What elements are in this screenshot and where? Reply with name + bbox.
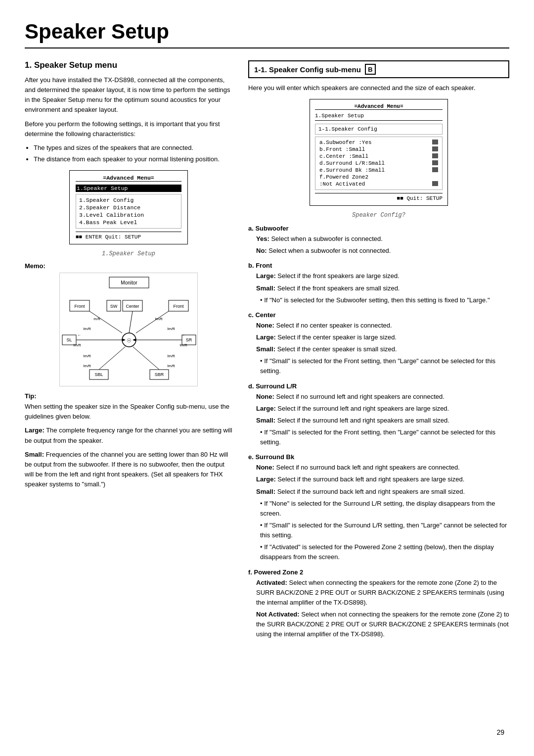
sub-c-heading: c. Center [248,311,509,319]
sub-d-small: Small: Select if the surround left and r… [256,416,509,425]
menu-box-1: =Advanced Menu= 1.Speaker Setup 1.Speake… [69,170,188,244]
config-menu-setup: 1.Speaker Setup [315,113,443,121]
tip-large: Large: The complete frequency range for … [25,425,232,445]
memo-label: Memo: [25,262,232,270]
sub-d-none: None: Select if no surround left and rig… [256,392,509,402]
sub-d-note: • If "Small" is selected for the Front s… [260,427,509,447]
sub-b-small: Small: Select if the front speakers are … [256,284,509,293]
svg-text:lm/ft: lm/ft [83,354,91,358]
svg-text:SBL: SBL [94,372,103,377]
svg-text:lm/ft: lm/ft [167,364,175,368]
svg-text:←: ← [77,333,81,337]
menu-item-setup: 1.Speaker Setup [76,185,181,192]
sub-e-heading: e. Surround Bk [248,453,509,461]
svg-text:lm/ft: lm/ft [167,354,175,358]
config-caption: Speaker Config? [248,212,509,219]
tip-intro: When setting the speaker size in the Spe… [25,402,232,422]
svg-text:SR: SR [186,337,192,342]
bullet-item-1: The types and sizes of the speakers that… [34,143,232,153]
svg-text:Front: Front [173,304,184,309]
menu-title-1: =Advanced Menu= [76,175,181,182]
svg-text:SBR: SBR [155,372,164,377]
config-row-6: :Not Activated [318,181,439,188]
section-header-box: 1-1. Speaker Config sub-menu B [248,60,509,78]
sub-a-no: No: Select when a subwoofer is not conne… [256,246,509,256]
svg-line-23 [136,311,169,333]
sub-c-none: None: Select if no center speaker is con… [256,321,509,331]
sub-e-none: None: Select if no surround back left an… [256,463,509,472]
sub-b-heading: b. Front [248,262,509,269]
config-menu-title: =Advanced Menu= [315,103,443,110]
config-row-0: a.Subwoofer :Yes [318,139,439,146]
config-row-1: b.Front :Small [318,146,439,153]
svg-text:SL: SL [66,337,72,342]
sub-a-heading: a. Subwoofer [248,225,509,232]
svg-text:lm/ft: lm/ft [83,364,91,368]
svg-text:lm/ft: lm/ft [155,317,163,321]
sub-b-large: Large: Select if the front speakers are … [256,271,509,281]
menu-caption-1: 1.Speaker Setup [25,250,232,257]
config-menu-box: =Advanced Menu= 1.Speaker Setup 1-1.Spea… [310,99,448,206]
section1-heading: 1. Speaker Setup menu [25,60,232,70]
sub-f-activated: Activated: Select when connecting the sp… [256,578,509,608]
intro-p1: After you have installed the TX-DS898, c… [25,75,232,115]
menu-footer-1: ■■ ENTER Quit: SETUP [76,232,181,240]
bullet-list: The types and sizes of the speakers that… [34,143,232,164]
sub-a-yes: Yes: Select when a subwoofer is connecte… [256,234,509,244]
config-sub-box: 1-1.Speaker Config [315,124,443,135]
svg-line-22 [89,311,122,333]
config-menu-footer: ■■ Quit: SETUP [315,193,443,201]
menu-sub-box: 1.Speaker Config 2.Speaker Distance 3.Le… [76,194,181,229]
sub-f-heading: f. Powered Zone 2 [248,568,509,576]
svg-text:☉: ☉ [127,337,132,343]
page-title: Speaker Setup [25,20,509,48]
tip-small: Small: Frequencies of the channel you ar… [25,450,232,490]
svg-text:→: → [181,333,185,337]
svg-text:lm/ft: lm/ft [167,327,175,331]
svg-line-32 [133,347,159,370]
sub-d-large: Large: Select if the surround left and r… [256,404,509,414]
right-column: 1-1. Speaker Config sub-menu B Here you … [248,60,509,641]
sub-e-note2: • If "Small" is selected for the Surroun… [260,520,509,540]
sub-f-not-activated: Not Activated: Select when not connectin… [256,610,509,639]
page-number: 29 [496,728,504,736]
sub-e-large: Large: Select if the surround back left … [256,474,509,484]
intro-p2: Before you perform the following setting… [25,119,232,139]
sub-c-large: Large: Select if the center speaker is l… [256,332,509,342]
svg-text:Front: Front [74,304,85,309]
sub-b-note: • If "No" is selected for the Subwoofer … [260,295,509,305]
sub-c-small: Small: Select if the center speaker is s… [256,344,509,354]
sub-e-note1: • If "None" is selected for the Surround… [260,499,509,519]
svg-line-24 [129,311,133,333]
config-row-4: e.Surround Bk :Small [318,167,439,174]
bullet-item-2: The distance from each speaker to your n… [34,154,232,164]
svg-text:lm/ft: lm/ft [73,343,81,347]
svg-text:SW: SW [110,304,118,309]
speaker-diagram-svg: Monitor Front SW Center Front m/ft lm/ft [60,273,198,387]
tip-label: Tip: [25,392,232,400]
left-column: 1. Speaker Setup menu After you have ins… [25,60,232,641]
config-sub-title: 1-1.Speaker Config [318,126,439,132]
svg-text:lm/ft: lm/ft [83,327,91,331]
section-heading: 1-1. Speaker Config sub-menu [254,65,361,74]
b-icon: B [365,64,376,75]
config-row-3: d.Surround L/R:Small [318,160,439,167]
right-intro: Here you will enter which speakers are c… [248,83,509,93]
sub-e-small: Small: Select if the surround back left … [256,487,509,497]
config-row-2: c.Center :Small [318,153,439,160]
svg-text:m/ft: m/ft [93,317,100,321]
config-row-5: f.Powered Zone2 [318,174,439,181]
sub-e-note3: • If "Activated" is selected for the Pow… [260,542,509,562]
svg-text:Monitor: Monitor [121,280,137,285]
svg-text:lm/ft: lm/ft [179,343,187,347]
sub-c-note: • If "Small" is selected for the Front s… [260,356,509,376]
svg-line-31 [99,347,125,370]
speaker-diagram: Monitor Front SW Center Front m/ft lm/ft [59,273,198,386]
svg-text:Center: Center [126,304,139,309]
sub-d-heading: d. Surround L/R [248,382,509,390]
config-rows-box: a.Subwoofer :Yes b.Front :Small c.Center… [315,137,443,190]
